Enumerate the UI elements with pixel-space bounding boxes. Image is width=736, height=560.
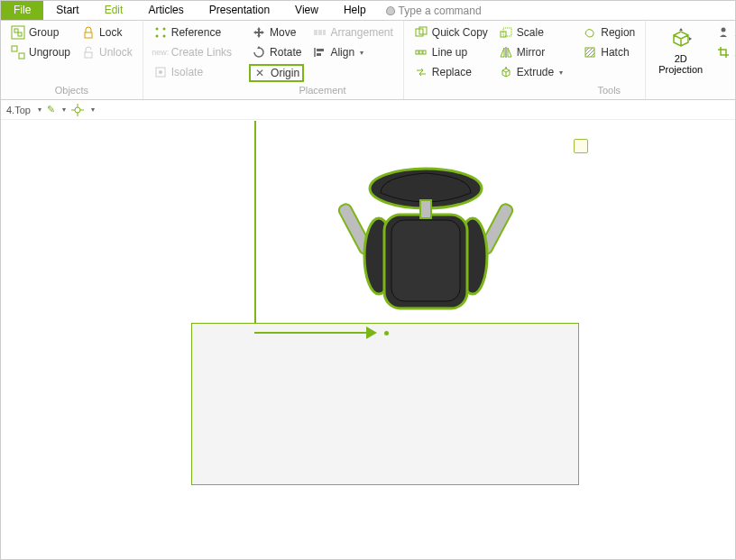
svg-point-9	[155, 35, 158, 38]
brush-icon[interactable]: ✎	[47, 104, 55, 115]
view-dd-icon[interactable]: ▾	[38, 106, 41, 114]
svg-point-34	[75, 107, 80, 113]
svg-line-29	[585, 48, 589, 51]
replace-label: Replace	[432, 66, 472, 78]
mirror-icon	[499, 45, 513, 60]
svg-rect-5	[85, 32, 92, 38]
group-icon	[11, 25, 25, 40]
ribbon: Group Ungroup Lock Unlock Objects Refere…	[1, 21, 735, 100]
tab-articles[interactable]: Articles	[135, 1, 196, 20]
crop-icon	[716, 45, 731, 60]
crop-button[interactable]: 2D Crop	[713, 44, 736, 60]
menu-bar: File Start Edit Articles Presentation Vi…	[1, 1, 735, 21]
svg-rect-13	[314, 30, 317, 35]
extrude-icon	[499, 65, 513, 79]
svg-rect-14	[318, 30, 322, 35]
chair-object[interactable]	[327, 148, 525, 328]
rotate-button[interactable]: Rotate	[249, 44, 304, 60]
replace-button[interactable]: Replace	[411, 64, 491, 80]
isolate-icon	[153, 65, 168, 79]
view-bar: 4.Top▾ ✎▾ ▾	[1, 100, 735, 120]
quickcopy-label: Quick Copy	[432, 26, 488, 39]
command-search[interactable]: Type a command	[379, 1, 489, 20]
tab-start[interactable]: Start	[43, 1, 91, 20]
scale-label: Scale	[517, 26, 544, 39]
lineup-button[interactable]: Line up	[411, 44, 491, 60]
mirror-button[interactable]: Mirror	[496, 44, 566, 60]
svg-rect-2	[18, 32, 22, 36]
arrangement-button: Arrangement	[309, 24, 395, 41]
isolate-button: Isolate	[151, 64, 235, 80]
quickcopy-button[interactable]: Quick Copy	[411, 24, 491, 41]
svg-rect-3	[12, 46, 17, 51]
ungroup-icon	[11, 45, 25, 60]
svg-rect-21	[416, 50, 419, 54]
callout-arrowhead-icon	[366, 326, 377, 339]
reference-button[interactable]: Reference	[151, 24, 235, 41]
tab-file[interactable]: File	[1, 1, 43, 20]
projection-button[interactable]: 2D Projection	[653, 24, 708, 77]
svg-rect-18	[317, 53, 321, 56]
reference-label: Reference	[171, 26, 221, 39]
quickcopy-icon	[414, 25, 428, 40]
align-icon	[312, 45, 327, 60]
view-name[interactable]: 4.Top	[6, 105, 31, 115]
move-button[interactable]: Move	[249, 24, 304, 41]
selection-rect[interactable]	[191, 323, 579, 485]
svg-point-12	[159, 70, 162, 74]
createlinks-icon: new:	[153, 45, 168, 60]
svg-rect-17	[317, 49, 324, 51]
objects-group-label: Objects	[8, 83, 135, 99]
tab-presentation[interactable]: Presentation	[197, 1, 282, 20]
svg-point-7	[155, 28, 158, 31]
lock-button[interactable]: Lock	[78, 24, 135, 41]
move-label: Move	[270, 26, 296, 39]
canvas-marker[interactable]	[574, 139, 588, 153]
group-button[interactable]: Group	[8, 24, 73, 41]
region-button[interactable]: Region	[580, 24, 638, 41]
symbol-button[interactable]: 2D Symbol	[713, 24, 736, 41]
origin-label: Origin	[271, 67, 299, 79]
ungroup-button[interactable]: Ungroup	[8, 44, 73, 60]
origin-point[interactable]	[384, 331, 389, 335]
brush-dd-icon[interactable]: ▾	[62, 106, 66, 114]
svg-point-10	[162, 35, 165, 38]
extrude-label: Extrude	[517, 66, 554, 78]
svg-line-30	[585, 48, 593, 55]
origin-button[interactable]: ✕Origin	[249, 64, 304, 82]
svg-point-8	[162, 28, 165, 31]
rotate-label: Rotate	[270, 46, 301, 59]
hatch-label: Hatch	[601, 46, 629, 59]
scale-button[interactable]: Scale	[496, 24, 566, 41]
svg-rect-22	[419, 50, 422, 54]
hatch-button[interactable]: Hatch	[580, 44, 638, 60]
symbol-icon	[716, 25, 731, 40]
svg-rect-46	[420, 200, 431, 218]
group-placement: Move Rotate ✕Origin Arrangement Align▾ P…	[242, 21, 404, 99]
tab-help[interactable]: Help	[331, 1, 379, 20]
target-dd-icon[interactable]: ▾	[91, 106, 95, 114]
align-dropdown-icon: ▾	[360, 49, 363, 57]
rotate-icon	[252, 45, 266, 60]
canvas[interactable]	[2, 121, 734, 558]
unlock-label: Unlock	[99, 46, 133, 59]
tab-view[interactable]: View	[282, 1, 331, 20]
tools-group-label: Tools	[580, 83, 638, 99]
lineup-icon	[414, 45, 428, 60]
svg-line-31	[587, 50, 594, 57]
unlock-button: Unlock	[78, 44, 135, 60]
svg-rect-6	[85, 52, 92, 58]
align-label: Align	[330, 46, 354, 59]
target-icon[interactable]	[71, 104, 84, 116]
svg-rect-45	[391, 220, 460, 301]
svg-rect-4	[19, 53, 24, 59]
mirror-label: Mirror	[517, 46, 545, 59]
extrude-button[interactable]: Extrude▾	[496, 64, 566, 80]
align-button[interactable]: Align▾	[309, 44, 395, 60]
region-icon	[583, 25, 597, 40]
createlinks-label: Create Links	[171, 46, 232, 59]
tab-edit[interactable]: Edit	[92, 1, 136, 20]
region-label: Region	[601, 26, 635, 39]
bulb-icon	[386, 6, 395, 15]
svg-rect-23	[423, 50, 426, 54]
